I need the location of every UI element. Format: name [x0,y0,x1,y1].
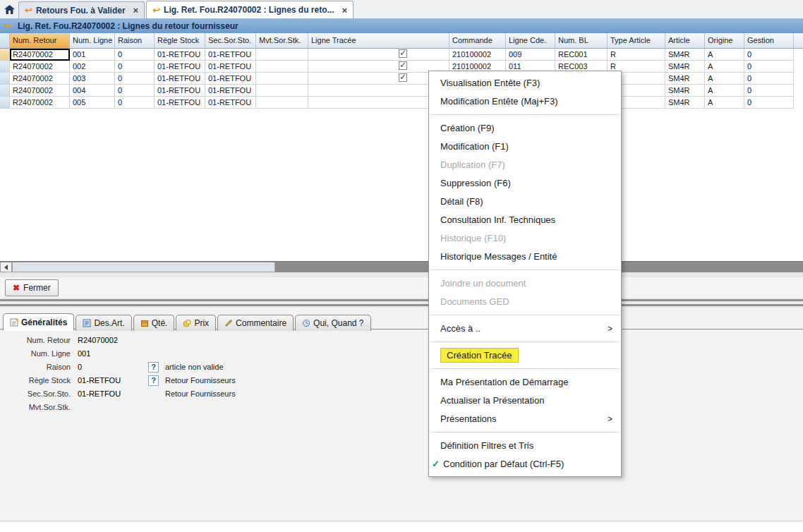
menu-item-visualisation-entete[interactable]: Visualisation Entête (F3) [429,74,621,92]
tab-generalites[interactable]: Généralités [3,313,74,331]
row-selector[interactable] [0,49,10,61]
column-header-commande[interactable]: Commande [449,33,506,49]
menu-item-creation[interactable]: Création (F9) [429,119,621,138]
cell-num-retour[interactable]: R24070002 [10,85,70,97]
cell-sec-sor-sto[interactable]: 01-RETFOU [205,49,256,61]
column-header-num-retour[interactable]: Num. Retour [10,33,70,49]
cell-mvt-sor-stk[interactable] [256,73,308,85]
menu-item-consultation-inf-techniques[interactable]: Consultation Inf. Techniques [429,211,621,229]
cell-num-ligne[interactable]: 003 [70,73,115,85]
cell-gestion[interactable]: 0 [744,49,794,61]
cell-article[interactable]: SM4R [665,61,705,73]
close-tab-icon[interactable]: × [342,6,348,15]
cell-origine[interactable]: A [705,61,744,73]
cell-raison[interactable]: 0 [115,97,155,109]
column-header-raison[interactable]: Raison [115,33,155,49]
cell-commande[interactable]: 210100002 [449,49,506,61]
cell-article[interactable]: SM4R [665,73,705,85]
checkbox-icon[interactable] [399,61,407,70]
cell-regle-stock[interactable]: 01-RETFOU [155,73,205,85]
column-header-ligne-tracee[interactable]: Ligne Tracée [308,33,449,49]
tab-des-art[interactable]: Des.Art. [76,315,131,331]
cell-num-ligne[interactable]: 005 [70,97,115,109]
panel-splitter[interactable] [0,298,803,308]
tab-qui-quand[interactable]: Qui, Quand ? [295,315,370,331]
column-header-num-bl[interactable]: Num. BL [555,33,608,49]
cell-mvt-sor-stk[interactable] [256,85,308,97]
cell-raison[interactable]: 0 [115,49,155,61]
column-header-origine[interactable]: Origine [705,33,744,49]
cell-origine[interactable]: A [705,85,744,97]
cell-article[interactable]: SM4R [665,97,705,109]
cell-gestion[interactable]: 0 [744,97,794,109]
column-header-sec-sor-sto[interactable]: Sec.Sor.Sto. [205,33,256,49]
close-tab-icon[interactable]: × [133,6,139,15]
cell-regle-stock[interactable]: 01-RETFOU [155,97,205,109]
column-header-ligne-cde[interactable]: Ligne Cde. [506,33,555,49]
cell-gestion[interactable]: 0 [744,73,794,85]
cell-regle-stock[interactable]: 01-RETFOU [155,61,205,73]
cell-num-retour[interactable]: R24070002 [10,49,70,61]
cell-origine[interactable]: A [705,97,744,109]
cell-num-bl[interactable]: REC001 [555,49,608,61]
scroll-left-button[interactable] [0,262,12,272]
column-header-mvt-sor-stk[interactable]: Mvt.Sor.Stk. [256,33,308,49]
row-selector[interactable] [0,97,10,109]
menu-item-modification-entete[interactable]: Modification Entête (Maj+F3) [429,92,621,111]
cell-raison[interactable]: 0 [115,85,155,97]
cell-sec-sor-sto[interactable]: 01-RETFOU [205,85,256,97]
menu-item-suppression[interactable]: Suppression (F6) [429,174,621,193]
row-selector[interactable] [0,73,10,85]
cell-sec-sor-sto[interactable]: 01-RETFOU [205,61,256,73]
cell-num-retour[interactable]: R24070002 [10,61,70,73]
select-all-corner[interactable] [0,33,10,49]
cell-origine[interactable]: A [705,49,744,61]
cell-mvt-sor-stk[interactable] [256,61,308,73]
cell-num-retour[interactable]: R24070002 [10,73,70,85]
menu-item-actualiser-la-presentation[interactable]: Actualiser la Présentation [429,392,621,410]
checkbox-icon[interactable] [399,73,407,82]
cell-num-ligne[interactable]: 002 [70,61,115,73]
column-header-num-ligne[interactable]: Num. Ligne [70,33,115,49]
home-button[interactable] [0,1,18,18]
cell-mvt-sor-stk[interactable] [256,97,308,109]
tab-prix[interactable]: Prix [176,315,216,331]
cell-ligne-tracee[interactable] [308,49,449,61]
cell-type-article[interactable]: R [608,49,665,61]
cell-raison[interactable]: 0 [115,73,155,85]
tab-lignes-du-retour[interactable]: ↩ Lig. Ret. Fou.R24070002 : Lignes du re… [146,1,354,18]
tab-commentaire[interactable]: Commentaire [217,315,294,331]
cell-num-retour[interactable]: R24070002 [10,97,70,109]
cell-num-ligne[interactable]: 001 [70,49,115,61]
menu-item-detail[interactable]: Détail (F8) [429,193,621,211]
menu-item-modification[interactable]: Modification (F1) [429,138,621,156]
column-header-regle-stock[interactable]: Règle Stock [155,33,205,49]
menu-item-definition-filtres-et-tris[interactable]: Définition Filtres et Tris [429,437,621,455]
cell-ligne-cde[interactable]: 009 [506,49,555,61]
row-selector[interactable] [0,85,10,97]
menu-item-historique-messages-entite[interactable]: Historique Messages / Entité [429,248,621,266]
menu-item-ma-presentation-de-demarrage[interactable]: Ma Présentation de Démarrage [429,373,621,392]
cell-article[interactable]: SM4R [665,85,705,97]
cell-raison[interactable]: 0 [115,61,155,73]
cell-sec-sor-sto[interactable]: 01-RETFOU [205,97,256,109]
cell-num-ligne[interactable]: 004 [70,85,115,97]
menu-item-presentations[interactable]: Présentations> [429,410,621,428]
row-selector[interactable] [0,61,10,73]
menu-item-acces-a[interactable]: Accès à ..> [429,320,621,338]
cell-regle-stock[interactable]: 01-RETFOU [155,85,205,97]
menu-item-condition-par-defaut[interactable]: ✓Condition par Défaut (Ctrl-F5) [429,455,621,473]
scrollbar-thumb[interactable] [12,262,275,272]
cell-mvt-sor-stk[interactable] [256,49,308,61]
tab-qte[interactable]: Qté. [133,315,175,331]
cell-sec-sor-sto[interactable]: 01-RETFOU [205,73,256,85]
horizontal-scrollbar[interactable] [0,261,803,273]
lookup-help-button[interactable]: ? [148,362,159,373]
column-header-gestion[interactable]: Gestion [744,33,794,49]
tab-retours-fou-a-valider[interactable]: ↩ Retours Fou. à Valider × [18,1,145,18]
checkbox-icon[interactable] [399,49,407,58]
cell-article[interactable]: SM4R [665,49,705,61]
cell-regle-stock[interactable]: 01-RETFOU [155,49,205,61]
column-header-type-article[interactable]: Type Article [608,33,665,49]
lookup-help-button[interactable]: ? [148,375,159,386]
